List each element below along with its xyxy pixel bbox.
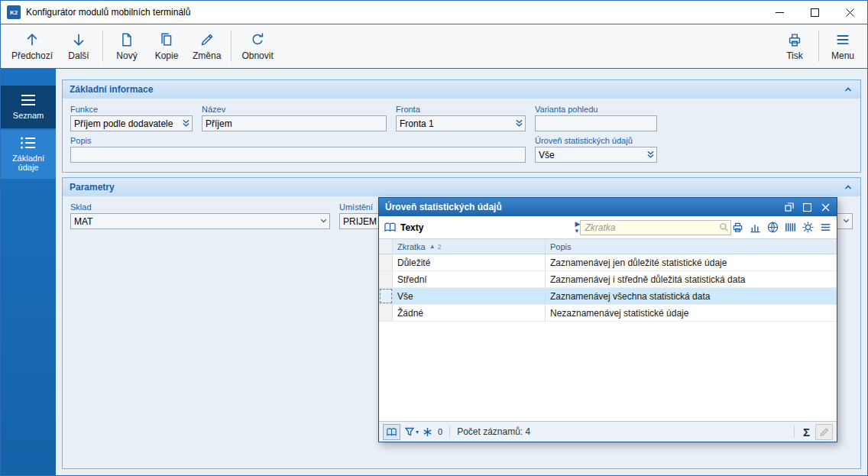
refresh-button[interactable]: Obnovit: [235, 24, 279, 68]
uroven-statistickych-udaju-combobox[interactable]: [535, 147, 657, 163]
cell-zkratka[interactable]: Žádné: [393, 305, 546, 321]
statusbar-separator: [449, 426, 450, 438]
app-logo-icon: K2: [7, 5, 21, 19]
group-body: Funkce Název: [63, 99, 860, 172]
cell-popis[interactable]: Zaznamenávej všechna statistická data: [546, 288, 837, 304]
popup-statusbar: ▾ 0 Počet záznamů: 4 Σ: [379, 421, 837, 442]
cell-popis[interactable]: Zaznamenávej i středně důležitá statisti…: [546, 271, 837, 287]
table-row[interactable]: Důležité Zaznamenávej jen důležité stati…: [379, 254, 837, 271]
barcode-icon[interactable]: [784, 221, 797, 234]
collapse-chevron-icon[interactable]: [843, 84, 853, 95]
match-filter-button[interactable]: [423, 427, 432, 437]
table-menu-icon[interactable]: [819, 221, 832, 234]
titlebar: K2 Konfigurátor modulů mobilních terminá…: [1, 1, 867, 24]
fronta-combobox[interactable]: [396, 115, 526, 131]
next-button[interactable]: Další: [59, 24, 99, 68]
sidebar-item-seznam[interactable]: Seznam: [1, 86, 56, 128]
dropdown-icon[interactable]: [514, 118, 524, 128]
group-title: Parametry: [70, 182, 115, 193]
printer-icon: [786, 31, 803, 48]
popup-table: Zkratka ▲ 2 Popis Důležité Zaznamenávej …: [379, 239, 837, 421]
uroven-statistickych-udaju-input[interactable]: [535, 147, 657, 163]
column-header-zkratka[interactable]: Zkratka ▲ 2: [393, 239, 546, 254]
table-row-selected[interactable]: Vše Zaznamenávej všechna statistická dat…: [379, 288, 837, 305]
dropdown-icon[interactable]: [181, 118, 191, 128]
toolbar-separator: [231, 31, 232, 62]
printer-icon[interactable]: [731, 221, 744, 234]
toolbar-separator: [818, 31, 819, 62]
table-row[interactable]: Střední Zaznamenávej i středně důležitá …: [379, 271, 837, 288]
close-button[interactable]: [832, 1, 867, 24]
copy-button[interactable]: Kopie: [147, 24, 186, 68]
close-icon: [821, 203, 830, 212]
refresh-icon: [249, 31, 266, 48]
edit-button-disabled[interactable]: [815, 424, 833, 440]
dropdown-icon[interactable]: [646, 149, 656, 160]
toolbar-spacer: [280, 24, 775, 68]
search-input[interactable]: [580, 220, 731, 235]
settings-icon[interactable]: [802, 221, 815, 234]
detail-list-icon: [19, 136, 37, 150]
web-icon[interactable]: [766, 221, 779, 234]
funkce-combobox[interactable]: [70, 115, 193, 131]
table-header-row: Zkratka ▲ 2 Popis: [379, 239, 837, 254]
varianta-pohledu-label: Varianta pohledu: [535, 105, 657, 114]
sidebar-item-zakladni-udaje[interactable]: Základní údaje: [1, 130, 56, 179]
fronta-input[interactable]: [396, 115, 526, 131]
search-icon[interactable]: [719, 222, 729, 232]
minimize-button[interactable]: [762, 1, 797, 24]
cell-zkratka[interactable]: Střední: [393, 271, 546, 287]
next-label: Další: [68, 50, 89, 61]
print-button[interactable]: Tisk: [775, 24, 815, 68]
row-selector[interactable]: [379, 254, 393, 270]
previous-button[interactable]: Předchozí: [5, 24, 59, 68]
nazev-input[interactable]: [202, 115, 387, 131]
change-button[interactable]: Změna: [186, 24, 227, 68]
popup-dock-button[interactable]: [781, 200, 797, 215]
funkce-input[interactable]: [70, 115, 193, 131]
sidebar: Seznam Základní údaje: [1, 69, 56, 475]
collapse-chevron-icon[interactable]: [843, 182, 853, 193]
sklad-input[interactable]: [70, 213, 330, 229]
sum-button[interactable]: Σ: [803, 426, 810, 439]
section-expander-icon[interactable]: ▶▾: [575, 221, 581, 235]
toolbar-separator: [102, 31, 103, 62]
row-selector[interactable]: [379, 288, 393, 304]
texts-toggle-button[interactable]: [383, 424, 400, 440]
chevron-down-icon: ▾: [416, 429, 419, 436]
column-label: Zkratka: [397, 242, 426, 251]
nazev-label: Název: [202, 105, 387, 114]
table-row[interactable]: Žádné Nezaznamenávej statistické údaje: [379, 305, 837, 322]
row-selector[interactable]: [379, 271, 393, 287]
filter-button[interactable]: ▾: [404, 426, 419, 437]
group-header-zakladni-informace[interactable]: Základní informace: [63, 80, 860, 99]
copy-label: Kopie: [155, 50, 179, 61]
popup-maximize-button[interactable]: [799, 200, 815, 215]
group-header-parametry[interactable]: Parametry: [63, 178, 860, 196]
varianta-pohledu-input[interactable]: [535, 115, 657, 131]
cell-popis[interactable]: Nezaznamenávej statistické údaje: [546, 305, 837, 321]
menu-label: Menu: [831, 50, 854, 61]
popup-titlebar[interactable]: Úroveň statistických údajů: [379, 198, 837, 216]
row-selector[interactable]: [379, 305, 393, 321]
sklad-combobox[interactable]: [70, 213, 330, 229]
cell-popis[interactable]: Zaznamenávej jen důležité statistické úd…: [546, 254, 837, 270]
chevron-down-icon[interactable]: [841, 215, 851, 226]
popup-tool-icons: [731, 221, 832, 234]
filter-icon: [404, 426, 415, 437]
cell-zkratka[interactable]: Vše: [393, 288, 546, 304]
popup-close-button[interactable]: [818, 200, 834, 215]
sort-ascending-icon: ▲: [429, 243, 436, 250]
texty-section-header[interactable]: Texty ▶▾: [384, 221, 580, 235]
cell-zkratka[interactable]: Důležité: [393, 254, 546, 270]
header-selector-cell: [379, 239, 393, 254]
new-button[interactable]: Nový: [107, 24, 147, 68]
maximize-button[interactable]: [797, 1, 832, 24]
popis-input[interactable]: [70, 147, 526, 163]
print-label: Tisk: [786, 50, 803, 61]
pencil-icon: [819, 427, 829, 437]
column-header-popis[interactable]: Popis: [546, 239, 837, 254]
menu-button[interactable]: Menu: [823, 24, 863, 68]
chart-icon[interactable]: [749, 221, 762, 234]
chevron-down-icon[interactable]: [319, 215, 329, 226]
